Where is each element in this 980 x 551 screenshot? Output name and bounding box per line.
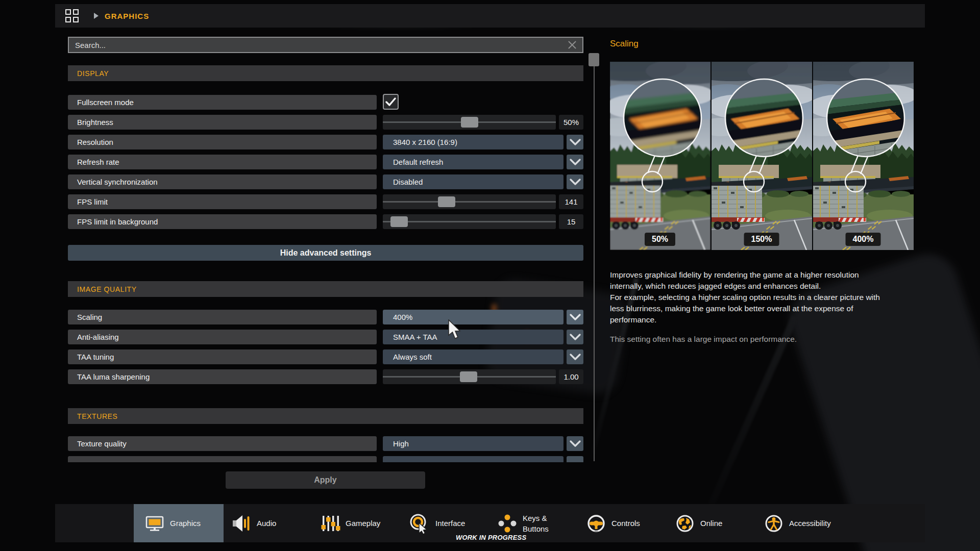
chevron-down-icon xyxy=(569,138,581,146)
setting-label-antialiasing: Anti-aliasing xyxy=(68,330,377,344)
chevron-down-icon xyxy=(569,313,581,321)
hide-advanced-settings-button[interactable]: Hide advanced settings xyxy=(68,245,583,261)
section-header-display: DISPLAY xyxy=(68,65,583,81)
taa-tuning-dropdown[interactable]: Always soft xyxy=(383,349,564,364)
search-clear-icon[interactable] xyxy=(566,39,578,51)
scaling-dropdown-button[interactable] xyxy=(567,310,583,324)
tab-gameplay[interactable]: Gameplay xyxy=(320,504,380,542)
slider-handle[interactable] xyxy=(460,371,477,382)
resolution-dropdown-button[interactable] xyxy=(567,135,583,149)
antialiasing-dropdown-button[interactable] xyxy=(567,330,583,344)
texture-quality-dropdown[interactable]: High xyxy=(383,436,564,451)
fps-limit-value: 141 xyxy=(559,194,583,209)
comparison-panel-50 xyxy=(610,62,710,250)
taa-tuning-dropdown-button[interactable] xyxy=(567,349,583,364)
tab-label: Interface xyxy=(435,518,465,529)
section-header-textures: TEXTURES xyxy=(68,408,583,424)
slider-handle[interactable] xyxy=(461,117,478,128)
tab-controls[interactable]: Controls xyxy=(586,504,640,542)
top-bar: GRAPHICS xyxy=(55,4,925,28)
fps-limit-bg-value: 15 xyxy=(559,214,583,229)
resolution-dropdown[interactable]: 3840 x 2160 (16:9) xyxy=(383,135,564,149)
setting-label-brightness: Brightness xyxy=(68,115,377,130)
monitor-icon xyxy=(144,513,165,534)
fps-limit-slider[interactable] xyxy=(383,194,556,209)
globe-icon xyxy=(675,513,695,534)
tab-label: Audio xyxy=(257,518,276,529)
texture-quality-dropdown-button[interactable] xyxy=(567,436,583,451)
fps-limit-bg-slider[interactable] xyxy=(383,214,556,229)
scrollbar-track[interactable] xyxy=(594,53,595,461)
setting-label-resolution: Resolution xyxy=(68,135,377,149)
tab-label: Keys & Buttons xyxy=(523,513,549,534)
tab-label: Online xyxy=(700,518,722,529)
setting-label-fps-limit: FPS limit xyxy=(68,194,377,209)
scaling-dropdown[interactable]: 400% xyxy=(383,310,564,324)
work-in-progress-note: WORK IN PROGRESS xyxy=(456,534,526,541)
setting-label-vsync: Vertical synchronization xyxy=(68,174,377,189)
tab-label: Controls xyxy=(611,518,640,529)
accessibility-person-icon xyxy=(764,513,784,534)
brightness-value: 50% xyxy=(559,115,583,130)
chevron-down-icon xyxy=(569,440,581,448)
comparison-panel-400 xyxy=(813,62,914,250)
brightness-slider[interactable] xyxy=(383,115,556,130)
apply-button[interactable]: Apply xyxy=(226,471,425,489)
refresh-rate-dropdown[interactable]: Default refresh xyxy=(383,155,564,169)
setting-label-scaling: Scaling xyxy=(68,310,377,324)
scaling-badge-150: 150% xyxy=(744,233,779,246)
tab-label: Graphics xyxy=(170,518,201,529)
tab-audio[interactable]: Audio xyxy=(231,504,276,542)
chevron-down-icon xyxy=(569,333,581,341)
tab-accessibility[interactable]: Accessibility xyxy=(764,504,831,542)
fullscreen-checkbox[interactable] xyxy=(383,94,399,110)
setting-label-taa-tuning: TAA tuning xyxy=(68,349,377,364)
tab-label: Accessibility xyxy=(789,518,831,529)
section-header-image-quality: IMAGE QUALITY xyxy=(68,281,583,297)
antialiasing-dropdown[interactable]: SMAA + TAA xyxy=(383,330,564,344)
breadcrumb: GRAPHICS xyxy=(105,12,149,20)
search-input[interactable]: Search... xyxy=(68,37,583,53)
scaling-badge-50: 50% xyxy=(645,233,675,246)
steering-wheel-icon xyxy=(586,513,606,534)
sliders-icon xyxy=(320,513,340,534)
setting-label-fps-limit-bg: FPS limit in background xyxy=(68,214,377,229)
taa-luma-value: 1.00 xyxy=(559,369,583,384)
mouse-cursor xyxy=(448,319,461,340)
graphics-settings-screen: GRAPHICS Search... DISPLAY Fullscreen mo… xyxy=(0,0,980,551)
chevron-down-icon xyxy=(569,353,581,361)
chevron-down-icon xyxy=(569,178,581,186)
setting-label-fullscreen: Fullscreen mode xyxy=(68,95,377,110)
search-placeholder: Search... xyxy=(75,41,566,49)
clipped-setting-row xyxy=(0,456,980,462)
scrollbar-thumb[interactable] xyxy=(589,53,599,66)
slider-handle[interactable] xyxy=(390,216,408,227)
tab-graphics[interactable]: Graphics xyxy=(144,504,201,542)
speaker-icon xyxy=(231,513,252,534)
setting-label-texture-quality: Texture quality xyxy=(68,436,377,451)
setting-label-refresh-rate: Refresh rate xyxy=(68,155,377,169)
slider-handle[interactable] xyxy=(438,196,455,207)
taa-luma-slider[interactable] xyxy=(383,369,556,384)
comparison-panel-150 xyxy=(712,62,812,250)
detail-title: Scaling xyxy=(610,39,639,49)
tab-label: Gameplay xyxy=(346,518,380,529)
scaling-badge-400: 400% xyxy=(846,233,881,246)
chevron-down-icon xyxy=(569,158,581,166)
gamepad-dots-icon xyxy=(497,513,518,534)
performance-note: This setting often has a large impact on… xyxy=(610,335,914,344)
setting-description: Improves graphical fidelity by rendering… xyxy=(610,269,914,325)
cursor-click-icon xyxy=(409,513,430,534)
breadcrumb-chevron-icon xyxy=(94,13,99,19)
refresh-rate-dropdown-button[interactable] xyxy=(567,155,583,169)
menu-grid-icon[interactable] xyxy=(65,9,79,22)
scaling-comparison-image xyxy=(610,62,914,250)
setting-label-taa-luma: TAA luma sharpening xyxy=(68,369,377,384)
checkmark-icon xyxy=(384,95,398,109)
vsync-dropdown[interactable]: Disabled xyxy=(383,174,564,189)
vsync-dropdown-button[interactable] xyxy=(567,174,583,189)
tab-online[interactable]: Online xyxy=(675,504,722,542)
